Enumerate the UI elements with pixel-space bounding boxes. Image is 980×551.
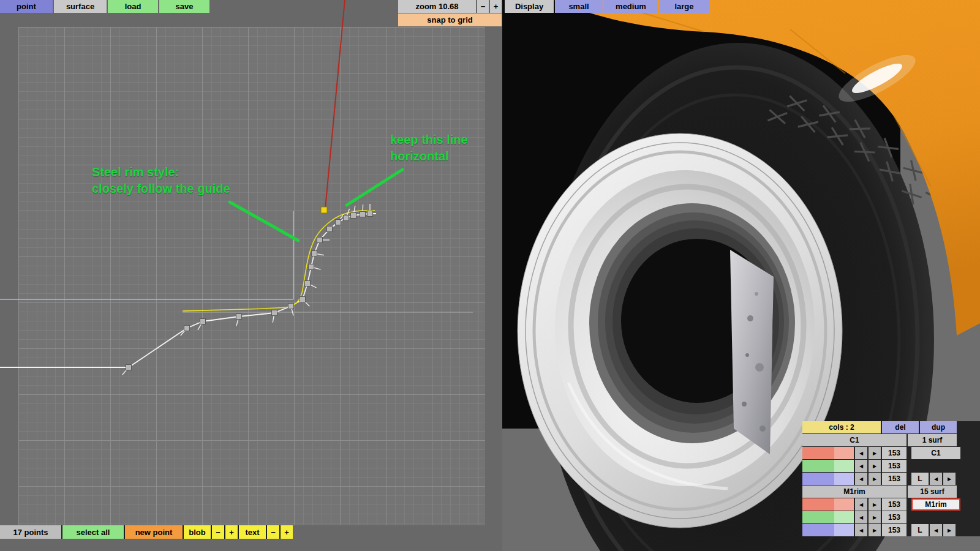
increment-arrow-button[interactable]: ▶ bbox=[869, 498, 881, 511]
material-name-label[interactable]: M1rim bbox=[802, 485, 907, 498]
increment-arrow-button[interactable]: ▶ bbox=[869, 473, 881, 485]
decrement-arrow-button[interactable]: ◀ bbox=[855, 524, 867, 536]
blue-channel-swatch[interactable] bbox=[802, 524, 854, 536]
bottom-toolbar: 17 points select all new point blob − + … bbox=[0, 525, 293, 539]
increment-arrow-button[interactable]: ▶ bbox=[869, 511, 881, 523]
annotation-line: keep this line bbox=[390, 132, 468, 148]
channel-value[interactable]: 153 bbox=[882, 511, 907, 523]
color-row: ◀ ▶ 153 L ◀ ▶ bbox=[802, 473, 980, 485]
text-minus-button[interactable]: − bbox=[267, 525, 279, 539]
color-row: ◀ ▶ 153 bbox=[802, 511, 980, 523]
green-channel-swatch[interactable] bbox=[802, 511, 854, 523]
channel-value[interactable]: 153 bbox=[882, 447, 907, 459]
color-row: ◀ ▶ 153 bbox=[802, 460, 980, 472]
panel-header-row: cols : 2 del dup bbox=[802, 421, 980, 433]
columns-button[interactable]: cols : 2 bbox=[802, 421, 881, 433]
annotation-keep-horizontal: keep this line horizontal bbox=[390, 132, 468, 165]
increment-arrow-button[interactable]: ▶ bbox=[943, 473, 956, 485]
material-tag-label[interactable]: C1 bbox=[911, 447, 960, 459]
decrement-arrow-button[interactable]: ◀ bbox=[855, 447, 867, 459]
increment-arrow-button[interactable]: ▶ bbox=[943, 524, 956, 536]
delete-button[interactable]: del bbox=[882, 421, 919, 433]
color-row: ◀ ▶ 153 C1 bbox=[802, 447, 980, 459]
material-name-label[interactable]: C1 bbox=[802, 434, 907, 446]
channel-value[interactable]: 153 bbox=[882, 524, 907, 536]
lock-toggle[interactable]: L bbox=[911, 473, 929, 485]
zoom-level-button[interactable]: zoom 10.68 bbox=[398, 0, 476, 13]
decrement-arrow-button[interactable]: ◀ bbox=[855, 511, 867, 523]
zoom-in-button[interactable]: + bbox=[490, 0, 502, 13]
display-large-button[interactable]: large bbox=[659, 0, 709, 13]
editor-grid bbox=[18, 27, 485, 525]
material-panel: cols : 2 del dup C1 1 surf ◀ ▶ 153 C1 ◀ … bbox=[802, 421, 980, 536]
new-point-button[interactable]: new point bbox=[125, 525, 183, 539]
text-button[interactable]: text bbox=[239, 525, 266, 539]
blob-plus-button[interactable]: + bbox=[225, 525, 238, 539]
surface-count-label: 1 surf bbox=[908, 434, 957, 446]
annotation-line: Steel rim style: bbox=[92, 164, 230, 181]
blob-minus-button[interactable]: − bbox=[212, 525, 224, 539]
red-channel-swatch[interactable] bbox=[802, 447, 854, 459]
group-header-row: M1rim 15 surf bbox=[802, 485, 980, 498]
galvanized-metal-piece bbox=[730, 250, 774, 454]
blob-button[interactable]: blob bbox=[184, 525, 211, 539]
load-button[interactable]: load bbox=[108, 0, 158, 13]
decrement-arrow-button[interactable]: ◀ bbox=[855, 460, 867, 472]
decrement-arrow-button[interactable]: ◀ bbox=[930, 524, 942, 536]
point-mode-button[interactable]: point bbox=[0, 0, 53, 13]
increment-arrow-button[interactable]: ▶ bbox=[869, 524, 881, 536]
text-plus-button[interactable]: + bbox=[281, 525, 293, 539]
increment-arrow-button[interactable]: ▶ bbox=[869, 447, 881, 459]
group-header-row: C1 1 surf bbox=[802, 434, 980, 446]
duplicate-button[interactable]: dup bbox=[920, 421, 957, 433]
display-small-button[interactable]: small bbox=[555, 0, 603, 13]
app-window: Steel rim style: closely follow the guid… bbox=[0, 0, 980, 551]
decrement-arrow-button[interactable]: ◀ bbox=[855, 498, 867, 511]
annotation-line: horizontal bbox=[390, 148, 468, 165]
zoom-out-button[interactable]: − bbox=[477, 0, 489, 13]
snap-to-grid-button[interactable]: snap to grid bbox=[398, 13, 502, 26]
surface-count-label: 15 surf bbox=[908, 485, 957, 498]
display-medium-button[interactable]: medium bbox=[604, 0, 658, 13]
curve-editor-canvas[interactable]: Steel rim style: closely follow the guid… bbox=[0, 0, 502, 551]
red-channel-swatch[interactable] bbox=[802, 498, 854, 511]
channel-value[interactable]: 153 bbox=[882, 460, 907, 472]
display-button[interactable]: Display bbox=[505, 0, 554, 13]
lock-toggle[interactable]: L bbox=[911, 524, 929, 536]
save-button[interactable]: save bbox=[159, 0, 209, 13]
color-row: ◀ ▶ 153 L ◀ ▶ bbox=[802, 524, 980, 536]
annotation-steel-rim: Steel rim style: closely follow the guid… bbox=[92, 164, 230, 197]
select-all-button[interactable]: select all bbox=[62, 525, 124, 539]
decrement-arrow-button[interactable]: ◀ bbox=[855, 473, 867, 485]
color-row: ◀ ▶ 153 M1rim bbox=[802, 498, 980, 511]
points-count-label: 17 points bbox=[0, 525, 61, 539]
selected-material-tag-label[interactable]: M1rim bbox=[911, 498, 960, 511]
decrement-arrow-button[interactable]: ◀ bbox=[930, 473, 942, 485]
green-channel-swatch[interactable] bbox=[802, 460, 854, 472]
annotation-line: closely follow the guide bbox=[92, 181, 230, 197]
increment-arrow-button[interactable]: ▶ bbox=[869, 460, 881, 472]
blue-channel-swatch[interactable] bbox=[802, 473, 854, 485]
steel-rim bbox=[518, 133, 842, 528]
channel-value[interactable]: 153 bbox=[882, 498, 907, 511]
surface-mode-button[interactable]: surface bbox=[54, 0, 107, 13]
channel-value[interactable]: 153 bbox=[882, 473, 907, 485]
